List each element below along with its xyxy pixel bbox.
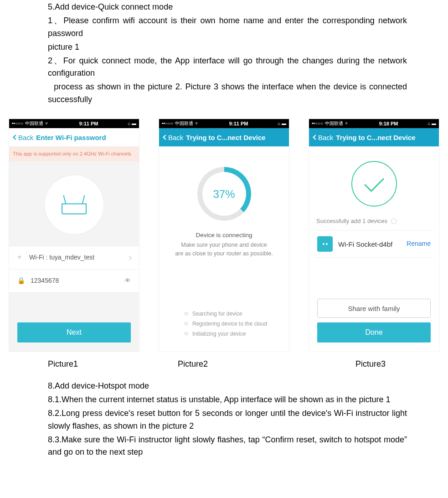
- caption-2: Picture2: [178, 358, 355, 371]
- status-right: ⌂ ▬: [128, 120, 136, 127]
- chevron-left-icon: [163, 135, 168, 140]
- wifi-icon: ᯤ: [195, 120, 200, 127]
- clock: 9:18 PM: [379, 120, 398, 128]
- p2b: process as shown in the picture 2. Pictu…: [48, 81, 407, 106]
- step-item: Searching for device: [185, 309, 289, 319]
- chevron-left-icon: [313, 135, 318, 140]
- nav-bar: Back Enter Wi-Fi password: [9, 128, 139, 146]
- doc-section-8: 8.Add device-Hotspot mode 8.1.When the c…: [48, 380, 407, 459]
- next-button[interactable]: Next: [17, 322, 131, 342]
- status-bar: ••○○○ 中国联通 ᯤ 9:11 PM ⌂ ▬: [159, 119, 289, 128]
- phone-screenshot-1: ••○○○ 中国联通 ᯤ 9:11 PM ⌂ ▬ Back Enter Wi-F…: [9, 119, 139, 352]
- caption-1: Picture1: [48, 358, 178, 371]
- connecting-hint-1: Make sure your phone and device: [169, 241, 279, 249]
- carrier: 中国联通: [25, 120, 43, 127]
- device-name: Wi-Fi Socket-d4bf: [338, 239, 401, 249]
- wifi-select-row[interactable]: ᯤ Wi-Fi : tuya_mdev_test: [9, 246, 139, 270]
- back-button[interactable]: Back: [164, 132, 183, 143]
- back-label: Back: [168, 132, 183, 143]
- p83: 8.3.Make sure the Wi-Fi instructor light…: [48, 434, 407, 459]
- signal-dots-icon: ••○○○: [312, 120, 323, 127]
- step-item: Registering device to the cloud: [185, 319, 289, 329]
- signal-dots-icon: ••○○○: [162, 120, 173, 127]
- success-text: Successfully add 1 devices: [309, 217, 439, 230]
- status-right: ⌂ ▬: [278, 120, 286, 127]
- bullet-icon: [185, 312, 188, 315]
- nav-bar: Back Trying to C...nect Device: [159, 128, 289, 146]
- socket-icon: [317, 236, 333, 252]
- clock: 9:11 PM: [79, 120, 98, 128]
- status-bar: ••○○○ 中国联通 ᯤ 9:18 PM ⌂ ▬: [309, 119, 439, 128]
- back-button[interactable]: Back: [314, 132, 333, 143]
- password-value: 12345678: [31, 276, 59, 286]
- router-illustration: [45, 175, 104, 234]
- p81: 8.1.When the current internet status is …: [48, 394, 407, 406]
- device-card: Wi-Fi Socket-d4bf Rename: [315, 230, 433, 258]
- rename-button[interactable]: Rename: [407, 239, 431, 249]
- wifi-icon: ᯤ: [17, 253, 24, 263]
- step-item: Initializing your device: [185, 329, 289, 339]
- step-list: Searching for device Registering device …: [159, 309, 289, 352]
- p1: 1、Please confirm wifi account is their o…: [48, 15, 407, 40]
- phone-body: 37% Device is connecting Make sure your …: [159, 146, 289, 352]
- done-button[interactable]: Done: [317, 322, 431, 342]
- password-field[interactable]: 🔒 12345678 👁: [9, 270, 139, 293]
- back-label: Back: [18, 132, 33, 143]
- phone-body: ᯤ Wi-Fi : tuya_mdev_test 🔒 12345678 👁 Ne…: [9, 161, 139, 352]
- wifi-icon: ᯤ: [45, 120, 50, 127]
- carrier: 中国联通: [175, 120, 193, 127]
- phone-body: Successfully add 1 devices Wi-Fi Socket-…: [309, 146, 439, 352]
- page-title: Trying to C...nect Device: [336, 132, 434, 143]
- section5-title: 5.Add device-Quick connect mode: [48, 1, 407, 14]
- progress-ring: 37%: [197, 167, 251, 221]
- chevron-right-icon: [127, 255, 132, 260]
- wifi-name: Wi-Fi : tuya_mdev_test: [29, 253, 94, 263]
- phone-screenshot-3: ••○○○ 中国联通 ᯤ 9:18 PM ⌂ ▬ Back Trying to …: [309, 119, 439, 352]
- notice-strip: This app is supported only on 2.4GHz Wi-…: [9, 146, 139, 161]
- back-button[interactable]: Back: [14, 132, 33, 143]
- p2: 2、For quick connect mode, the App interf…: [48, 55, 407, 80]
- doc-section-5: 5.Add device-Quick connect mode 1、Please…: [48, 1, 407, 106]
- p82: 8.2.Long press device's reset button for…: [48, 407, 407, 433]
- eye-icon[interactable]: 👁: [124, 276, 131, 286]
- caption-3: Picture3: [355, 358, 386, 371]
- connecting-text: Device is connecting Make sure your phon…: [159, 231, 289, 258]
- checkmark-icon: [364, 172, 384, 192]
- clock: 9:11 PM: [229, 120, 248, 128]
- lock-icon: 🔒: [17, 276, 25, 286]
- bullet-icon: [185, 332, 188, 335]
- nav-bar: Back Trying to C...nect Device: [309, 128, 439, 146]
- back-label: Back: [318, 132, 333, 143]
- screenshot-row: ••○○○ 中国联通 ᯤ 9:11 PM ⌂ ▬ Back Enter Wi-F…: [9, 119, 439, 352]
- pic1-label: picture 1: [48, 41, 407, 54]
- connecting-hint-2: are as close to your router as possible.: [169, 249, 279, 258]
- captions-row: Picture1 Picture2 Picture3: [48, 358, 439, 371]
- phone-screenshot-2: ••○○○ 中国联通 ᯤ 9:11 PM ⌂ ▬ Back Trying to …: [159, 119, 289, 352]
- page-title: Enter Wi-Fi password: [36, 132, 134, 143]
- status-right: ⌂ ▬: [427, 120, 436, 127]
- section8-title: 8.Add device-Hotspot mode: [48, 380, 407, 393]
- wifi-icon: ᯤ: [345, 120, 350, 127]
- connecting-headline: Device is connecting: [169, 231, 279, 240]
- page-title: Trying to C...nect Device: [186, 132, 284, 143]
- success-label: Successfully add 1 devices: [316, 217, 387, 226]
- share-button[interactable]: Share with family: [317, 299, 431, 318]
- success-circle: [351, 161, 397, 207]
- router-icon: [62, 195, 87, 214]
- spinner-icon: [391, 218, 397, 224]
- progress-percent: 37%: [202, 172, 246, 216]
- signal-dots-icon: ••○○○: [12, 120, 23, 127]
- bullet-icon: [185, 322, 188, 325]
- carrier: 中国联通: [325, 120, 343, 127]
- status-bar: ••○○○ 中国联通 ᯤ 9:11 PM ⌂ ▬: [9, 119, 139, 128]
- chevron-left-icon: [13, 135, 18, 140]
